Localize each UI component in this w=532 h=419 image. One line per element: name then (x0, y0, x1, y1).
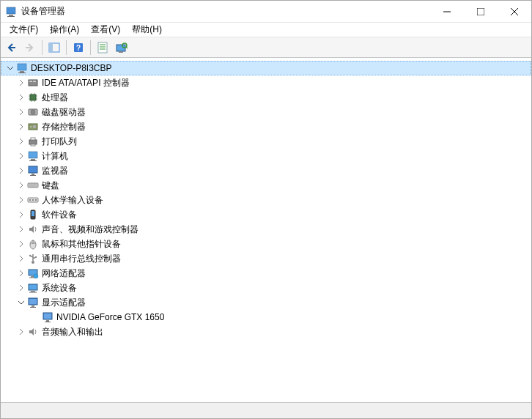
hid-icon (27, 194, 39, 206)
expander-closed-icon[interactable] (15, 179, 27, 191)
tree-item-label: 计算机 (42, 150, 68, 163)
tree-item[interactable]: 人体学输入设备 (1, 193, 531, 207)
tree-item[interactable]: 鼠标和其他指针设备 (1, 237, 531, 251)
properties-button[interactable] (94, 39, 111, 56)
svg-rect-77 (30, 307, 36, 308)
device-tree: DESKTOP-P8I3CBPIDE ATA/ATAPI 控制器处理器磁盘驱动器… (1, 58, 531, 402)
statusbar (1, 402, 531, 418)
tree-item[interactable]: 音频输入和输出 (1, 325, 531, 339)
expander-closed-icon[interactable] (15, 238, 27, 250)
expander-closed-icon[interactable] (15, 223, 27, 235)
tree-item[interactable]: 存储控制器 (1, 119, 531, 134)
svg-rect-25 (30, 94, 36, 100)
expander-closed-icon[interactable] (15, 150, 27, 162)
svg-rect-43 (29, 152, 37, 158)
printer-icon (27, 136, 39, 147)
svg-text:?: ? (76, 44, 81, 52)
svg-rect-11 (98, 42, 107, 53)
tree-item[interactable]: 磁盘驱动器 (1, 105, 531, 119)
svg-rect-44 (31, 159, 35, 160)
tree-item-label: 监视器 (42, 165, 68, 177)
svg-rect-79 (44, 314, 51, 319)
tree-item-label: 音频输入和输出 (42, 326, 103, 338)
svg-rect-19 (18, 64, 26, 70)
maximize-button[interactable] (464, 1, 498, 22)
expander-closed-icon[interactable] (15, 253, 27, 264)
disk-icon (27, 106, 39, 118)
computer-icon (27, 150, 39, 162)
window-controls (430, 1, 531, 22)
svg-rect-55 (35, 199, 37, 201)
expander-closed-icon[interactable] (15, 136, 27, 147)
tree-item[interactable]: 声音、视频和游戏控制器 (1, 222, 531, 237)
tree-item[interactable]: 键盘 (1, 178, 531, 193)
menu-help[interactable]: 帮助(H) (126, 22, 168, 37)
svg-rect-71 (29, 284, 37, 290)
monitor-icon (27, 165, 39, 177)
menubar: 文件(F) 操作(A) 查看(V) 帮助(H) (1, 23, 531, 37)
tree-item-label: IDE ATA/ATAPI 控制器 (42, 77, 130, 89)
svg-rect-80 (46, 320, 49, 322)
scan-hardware-button[interactable] (113, 39, 130, 56)
tree-item[interactable]: 系统设备 (1, 281, 531, 295)
tree-item[interactable]: 网络适配器 (1, 266, 531, 281)
help-button[interactable]: ? (70, 39, 87, 56)
tree-item[interactable]: 打印队列 (1, 134, 531, 149)
expander-open-icon[interactable] (4, 62, 16, 74)
tree-item-label: 通用串行总线控制器 (42, 253, 121, 265)
svg-rect-72 (31, 291, 35, 292)
tree-item[interactable]: 显示适配器 (1, 295, 531, 310)
back-button[interactable] (2, 39, 20, 56)
menu-view[interactable]: 查看(V) (85, 22, 126, 37)
software-icon (27, 209, 39, 220)
tree-item[interactable]: 监视器 (1, 163, 531, 178)
expander-closed-icon[interactable] (15, 121, 27, 133)
svg-rect-76 (32, 305, 34, 307)
tree-item[interactable]: 软件设备 (1, 207, 531, 222)
minimize-button[interactable] (430, 1, 464, 22)
expander-closed-icon[interactable] (15, 165, 27, 177)
expander-closed-icon[interactable] (15, 92, 27, 103)
titlebar: 设备管理器 (1, 1, 531, 23)
expander-closed-icon[interactable] (15, 267, 27, 279)
expander-closed-icon[interactable] (15, 209, 27, 220)
svg-rect-75 (29, 299, 37, 304)
svg-rect-4 (477, 8, 484, 15)
svg-rect-39 (33, 125, 36, 128)
forward-button[interactable] (21, 39, 39, 56)
expander-closed-icon[interactable] (15, 194, 27, 206)
tree-item-label: 磁盘驱动器 (42, 106, 86, 119)
tree-root-item[interactable]: DESKTOP-P8I3CBP (1, 61, 531, 75)
expander-closed-icon[interactable] (15, 282, 27, 294)
expander-closed-icon[interactable] (15, 326, 27, 338)
svg-point-36 (32, 111, 34, 113)
svg-rect-0 (7, 7, 15, 14)
tree-item-label: 声音、视频和游戏控制器 (42, 223, 138, 236)
expander-closed-icon[interactable] (15, 77, 27, 89)
tree-item[interactable]: 计算机 (1, 149, 531, 163)
tree-item-label: 软件设备 (42, 209, 77, 221)
svg-rect-66 (35, 256, 37, 258)
menu-action[interactable]: 操作(A) (44, 22, 85, 37)
mouse-icon (27, 238, 39, 250)
svg-rect-1 (9, 15, 13, 16)
tree-item-label: 打印队列 (42, 136, 77, 148)
menu-file[interactable]: 文件(F) (4, 22, 44, 37)
tree-item-label: 键盘 (42, 179, 59, 192)
tree-item[interactable]: NVIDIA GeForce GTX 1650 (1, 310, 531, 325)
expander-closed-icon[interactable] (15, 106, 27, 118)
toolbar-separator (90, 40, 91, 55)
svg-rect-2 (7, 16, 15, 17)
show-hide-tree-button[interactable] (45, 39, 63, 56)
tree-item[interactable]: IDE ATA/ATAPI 控制器 (1, 75, 531, 90)
tree-item[interactable]: 处理器 (1, 90, 531, 105)
close-button[interactable] (498, 1, 531, 22)
tree-item-label: 网络适配器 (42, 267, 86, 280)
tree-item[interactable]: 通用串行总线控制器 (1, 251, 531, 266)
system-icon (27, 282, 39, 294)
toolbar-separator (42, 40, 43, 55)
ide-icon (27, 77, 39, 89)
keyboard-icon (27, 179, 39, 191)
app-icon (5, 6, 17, 18)
expander-open-icon[interactable] (15, 297, 27, 308)
